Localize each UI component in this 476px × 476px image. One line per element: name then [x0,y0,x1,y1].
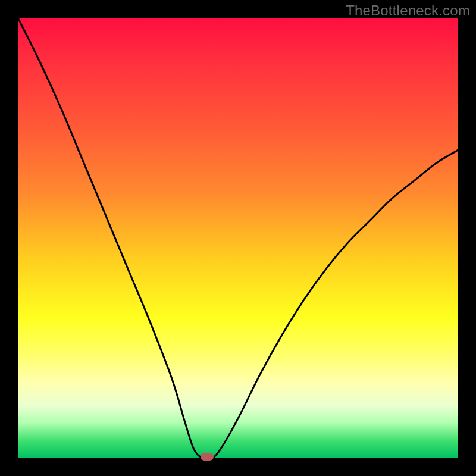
watermark-text: TheBottleneck.com [346,2,470,19]
bottleneck-curve [18,18,458,458]
chart-svg [18,18,458,458]
chart-frame: TheBottleneck.com [0,0,476,476]
plot-area [18,18,458,458]
optimum-marker [201,453,214,461]
